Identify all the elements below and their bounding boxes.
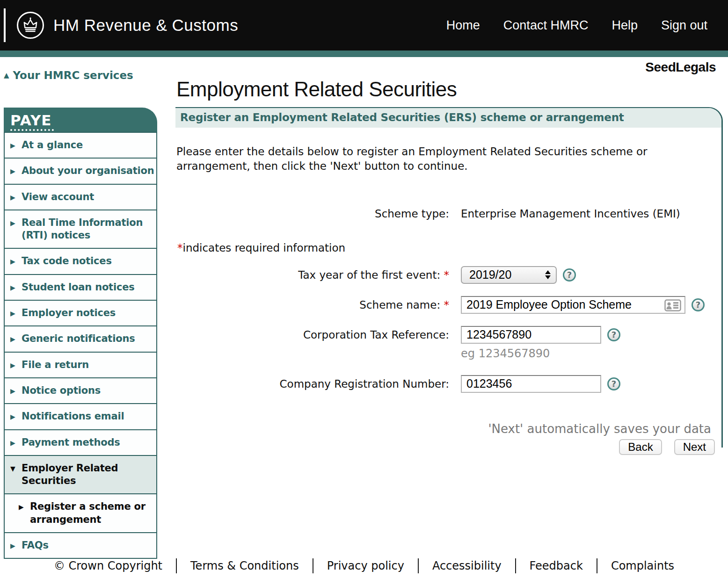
nav-home-link[interactable]: Home: [446, 18, 480, 33]
triangle-right-icon: ▶: [10, 542, 18, 552]
sidebar-item-generic-notifications[interactable]: ▶ Generic notifications: [4, 325, 157, 352]
scheme-name-input[interactable]: [461, 296, 685, 314]
tax-year-field: 2019/20 ?: [461, 266, 721, 284]
triangle-right-icon: ▶: [10, 220, 18, 242]
crn-field: ?: [461, 375, 721, 393]
top-header: HM Revenue & Customs Home Contact HMRC H…: [0, 0, 728, 51]
section-heading: Register an Employment Related Securitie…: [180, 111, 715, 123]
footer-accessibility-link[interactable]: Accessibility: [419, 558, 516, 573]
sidebar-item-label: Generic notifications: [22, 332, 135, 345]
triangle-right-icon: ▶: [10, 413, 18, 423]
page-title: Employment Related Securities: [176, 79, 723, 100]
sidebar-item-label: Student loan notices: [22, 281, 135, 294]
sidebar-item-payment-methods[interactable]: ▶ Payment methods: [4, 429, 157, 456]
sidebar-item-label: Notice options: [22, 384, 101, 397]
your-hmrc-services-link[interactable]: ▲ Your HMRC services: [4, 69, 133, 81]
sidebar-item-notice-options[interactable]: ▶ Notice options: [4, 377, 157, 404]
scheme-name-label: Scheme name: *: [176, 296, 449, 314]
seedlegals-logo: SeedLegals: [645, 60, 716, 75]
sidebar-item-label: Register a scheme or arrangement: [30, 500, 155, 526]
paye-sidebar: PAYE ▶ At a glance ▶ About your organisa…: [4, 108, 157, 559]
nav-help-link[interactable]: Help: [612, 18, 638, 33]
sidebar-item-register-a-scheme[interactable]: ▶ Register a scheme or arrangement: [4, 493, 157, 533]
sidebar-item-label: FAQs: [22, 539, 49, 552]
page-body: ▲ Your HMRC services SeedLegals PAYE ▶ A…: [0, 57, 728, 578]
triangle-up-icon: ▲: [4, 72, 9, 79]
tax-year-select[interactable]: 2019/20: [461, 266, 557, 284]
top-navigation: Home Contact HMRC Help Sign out: [446, 18, 707, 33]
triangle-right-icon: ▶: [10, 142, 18, 152]
tax-year-selected-value: 2019/20: [469, 268, 511, 282]
sidebar-item-tax-code-notices[interactable]: ▶ Tax code notices: [4, 248, 157, 275]
ct-reference-hint: eg 1234567890: [461, 347, 721, 360]
autosave-note: 'Next' automatically saves your data: [176, 422, 711, 436]
scheme-name-row: Scheme name: *: [176, 296, 721, 314]
scheme-type-label: Scheme type:: [176, 207, 449, 221]
sidebar-item-label: File a return: [22, 359, 89, 371]
ct-reference-label: Corporation Tax Reference:: [176, 326, 449, 344]
brand-divider: [4, 8, 6, 42]
back-button[interactable]: Back: [619, 439, 662, 455]
sidebar-item-label: Payment methods: [22, 436, 120, 449]
sidebar-item-label: Notifications email: [22, 410, 124, 423]
sidebar-item-label: About your organisation: [22, 165, 154, 177]
help-icon[interactable]: ?: [607, 377, 620, 390]
crn-row: Company Registration Number: ?: [176, 375, 721, 393]
content-panel: Register an Employment Related Securitie…: [175, 107, 723, 448]
form-area: Please enter the details below to regist…: [175, 128, 721, 455]
tax-year-label-text: Tax year of the first event:: [298, 269, 440, 281]
sidebar-item-employer-related-securities[interactable]: ▼ Employer Related Securities: [4, 455, 157, 495]
sidebar-title: PAYE: [4, 108, 157, 133]
section-heading-bar: Register an Employment Related Securitie…: [175, 108, 721, 128]
help-icon[interactable]: ?: [607, 328, 620, 341]
triangle-right-icon: ▶: [10, 284, 18, 294]
sidebar-item-rti-notices[interactable]: ▶ Real Time Information (RTI) notices: [4, 210, 157, 249]
sidebar-item-faqs[interactable]: ▶ FAQs: [4, 532, 157, 559]
nav-sign-out-link[interactable]: Sign out: [661, 18, 707, 33]
sidebar-item-about-your-organisation[interactable]: ▶ About your organisation: [4, 158, 157, 184]
required-information-note: *indicates required information: [177, 242, 721, 254]
intro-text: Please enter the details below to regist…: [176, 144, 689, 173]
sidebar-item-label: Employer Related Securities: [22, 462, 155, 488]
triangle-right-icon: ▶: [10, 310, 18, 319]
scheme-name-label-text: Scheme name:: [359, 299, 440, 311]
sidebar-item-employer-notices[interactable]: ▶ Employer notices: [4, 300, 157, 326]
footer-complaints-link[interactable]: Complaints: [597, 558, 688, 573]
scheme-name-field: ?: [461, 296, 721, 314]
required-asterisk: *: [444, 299, 450, 311]
required-asterisk: *: [444, 269, 450, 281]
next-button[interactable]: Next: [674, 439, 715, 455]
scheme-type-row: Scheme type: Enterprise Management Incen…: [176, 207, 721, 221]
triangle-right-icon: ▶: [10, 258, 18, 267]
sidebar-item-view-account[interactable]: ▶ View account: [4, 184, 157, 210]
triangle-right-icon: ▶: [10, 362, 18, 371]
help-icon[interactable]: ?: [563, 268, 576, 282]
sidebar-item-notifications-email[interactable]: ▶ Notifications email: [4, 403, 157, 430]
select-stepper-icon: [545, 270, 551, 279]
teal-divider-bar: [0, 51, 728, 57]
hmrc-crown-logo-icon: [17, 12, 44, 39]
footer-crown-copyright-link[interactable]: © Crown Copyright: [40, 558, 177, 573]
crn-input[interactable]: [461, 375, 601, 393]
brand-name: HM Revenue & Customs: [53, 16, 238, 35]
sidebar-item-at-a-glance[interactable]: ▶ At a glance: [4, 132, 157, 159]
ct-reference-input[interactable]: [461, 326, 601, 344]
footer-feedback-link[interactable]: Feedback: [516, 558, 597, 573]
nav-contact-hmrc-link[interactable]: Contact HMRC: [503, 18, 589, 33]
triangle-right-icon: ▶: [10, 336, 18, 345]
footer: © Crown Copyright Terms & Conditions Pri…: [0, 558, 728, 573]
sidebar-item-label: Tax code notices: [22, 255, 112, 267]
sidebar-item-label: At a glance: [22, 139, 83, 152]
sidebar-item-label: View account: [22, 191, 94, 203]
services-link-label: Your HMRC services: [13, 69, 133, 81]
help-icon[interactable]: ?: [692, 298, 705, 311]
triangle-right-icon: ▶: [10, 440, 18, 449]
sidebar-item-student-loan-notices[interactable]: ▶ Student loan notices: [4, 274, 157, 301]
sidebar-item-file-a-return[interactable]: ▶ File a return: [4, 352, 157, 378]
triangle-down-icon: ▼: [10, 465, 18, 488]
footer-terms-link[interactable]: Terms & Conditions: [177, 558, 313, 573]
tax-year-label: Tax year of the first event: *: [176, 266, 449, 284]
autofill-contact-card-icon[interactable]: [664, 299, 681, 313]
sidebar-item-label: Employer notices: [22, 307, 116, 319]
footer-privacy-link[interactable]: Privacy policy: [313, 558, 419, 573]
